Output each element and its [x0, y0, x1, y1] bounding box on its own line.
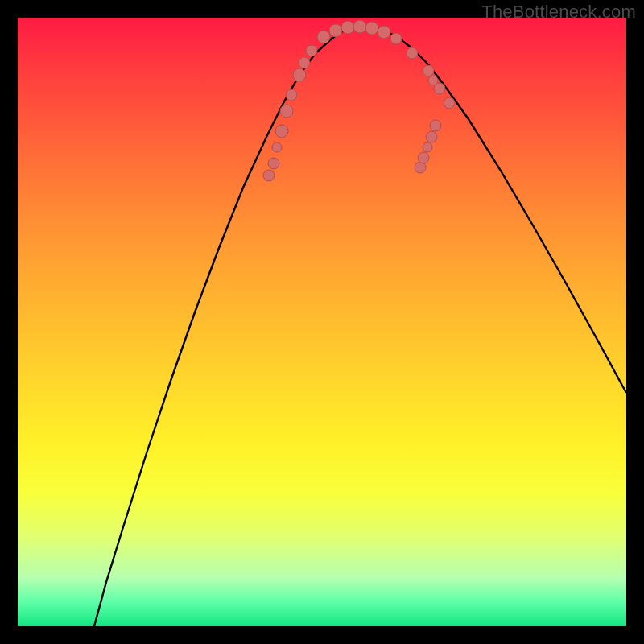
data-marker [263, 170, 275, 181]
data-marker [365, 22, 378, 35]
chart-svg [18, 18, 626, 626]
data-marker [286, 89, 297, 101]
data-marker [418, 152, 429, 163]
data-marker [434, 83, 445, 94]
data-marker [280, 105, 293, 118]
data-marker [268, 158, 279, 169]
data-marker [299, 57, 310, 68]
data-marker [353, 20, 366, 33]
data-marker [329, 24, 342, 37]
marker-layer [263, 20, 455, 181]
data-marker [423, 142, 432, 152]
data-marker [317, 31, 330, 43]
data-marker [407, 47, 418, 59]
data-marker [426, 131, 437, 142]
data-marker [275, 125, 288, 138]
data-marker [444, 97, 455, 109]
data-marker [430, 120, 441, 131]
data-marker [423, 65, 434, 76]
data-marker [306, 45, 317, 56]
watermark-text: TheBottleneck.com [481, 2, 636, 23]
data-marker [390, 33, 402, 44]
data-marker [293, 68, 306, 81]
bottleneck-curve [94, 27, 626, 626]
data-marker [272, 142, 282, 152]
data-marker [378, 26, 390, 39]
chart-plot-area [18, 18, 626, 626]
data-marker [341, 21, 354, 34]
